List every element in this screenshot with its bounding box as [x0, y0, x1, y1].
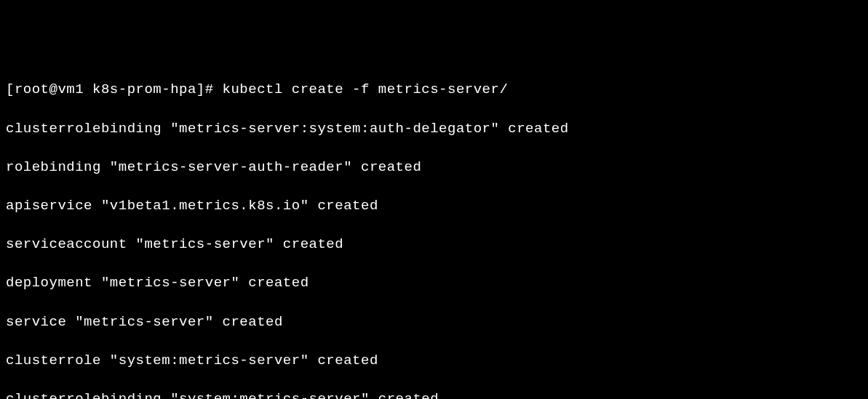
terminal-line: clusterrole "system:metrics-server" crea…: [6, 351, 862, 371]
terminal-line: serviceaccount "metrics-server" created: [6, 235, 862, 254]
terminal-line: apiservice "v1beta1.metrics.k8s.io" crea…: [6, 196, 862, 216]
terminal-line: clusterrolebinding "system:metrics-serve…: [6, 390, 862, 399]
terminal-line: service "metrics-server" created: [6, 313, 862, 332]
terminal-line: deployment "metrics-server" created: [6, 273, 862, 293]
terminal-line: clusterrolebinding "metrics-server:syste…: [6, 119, 862, 139]
terminal-line: rolebinding "metrics-server-auth-reader"…: [6, 158, 862, 177]
terminal-line: [root@vm1 k8s-prom-hpa]# kubectl create …: [6, 80, 862, 100]
